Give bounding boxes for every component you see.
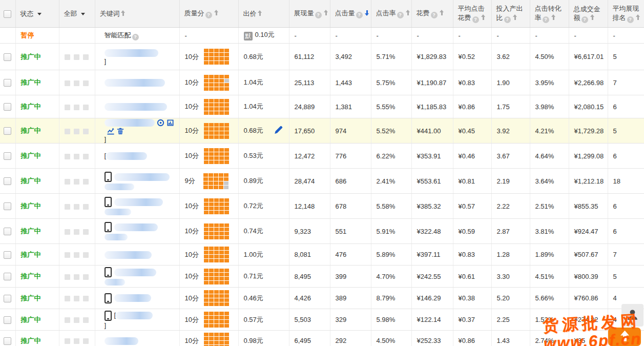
quality-grid-cell bbox=[209, 148, 214, 152]
dropdown-caret-icon[interactable] bbox=[81, 13, 85, 15]
select-all-checkbox[interactable] bbox=[4, 10, 11, 18]
cell-value: 8.79% bbox=[377, 294, 396, 302]
quality-grid-cell bbox=[209, 320, 214, 323]
cell-cost: ¥242.55 bbox=[411, 266, 453, 288]
trend-chart-icon[interactable] bbox=[107, 127, 115, 135]
delete-icon[interactable] bbox=[117, 127, 124, 135]
column-header-bid[interactable]: 出价 bbox=[238, 0, 289, 28]
row-checkbox[interactable] bbox=[4, 295, 11, 302]
column-header-clicks[interactable]: 点击量? bbox=[330, 0, 371, 28]
match-type-icon[interactable] bbox=[157, 119, 164, 127]
row-checkbox[interactable] bbox=[4, 152, 11, 160]
quality-grid-cell bbox=[214, 87, 219, 91]
row-checkbox[interactable] bbox=[4, 53, 11, 61]
cell-rank: 6 bbox=[608, 144, 644, 169]
row-checkbox[interactable] bbox=[4, 177, 11, 185]
back-to-top-button[interactable] bbox=[608, 328, 641, 346]
quality-grid-cell bbox=[209, 127, 214, 131]
help-icon[interactable]: ? bbox=[581, 16, 588, 23]
cell-amount: ¥2,080.15 bbox=[569, 95, 608, 118]
quality-grid-cell bbox=[209, 341, 214, 344]
help-icon[interactable]: ? bbox=[504, 16, 511, 23]
column-header-status[interactable]: 状态 bbox=[15, 0, 59, 28]
cell-conversion: 4.50% bbox=[530, 44, 569, 70]
cell-conversion: 3.64% bbox=[530, 169, 569, 194]
column-header-keyword[interactable]: 关键词 bbox=[95, 0, 179, 28]
quality-grid-cell bbox=[219, 251, 224, 254]
dropdown-caret-icon[interactable] bbox=[37, 13, 41, 15]
quality-grid bbox=[204, 269, 229, 284]
cell-value: - bbox=[417, 32, 419, 39]
column-header-avg_click_cost[interactable]: 平均点击花费? bbox=[453, 0, 491, 28]
quality-grid-cell bbox=[224, 294, 229, 298]
cell-keyword bbox=[95, 244, 179, 266]
edit-bid-icon[interactable] bbox=[274, 126, 283, 136]
quality-grid-cell bbox=[209, 107, 214, 111]
cell-roi: 5.20 bbox=[491, 288, 530, 309]
cell-value: 3.67 bbox=[497, 152, 510, 160]
cell-select bbox=[0, 28, 15, 44]
status-active-label: 推广中 bbox=[21, 53, 41, 60]
quality-score-value: 10分 bbox=[185, 315, 199, 324]
cell-status: 推广中 bbox=[15, 44, 59, 70]
cell-device bbox=[59, 169, 95, 194]
help-icon[interactable]: ? bbox=[543, 16, 549, 23]
column-header-ctr[interactable]: 点击率? bbox=[371, 0, 411, 28]
keyword-report-page: 状态全部关键词质量分?出价展现量?点击量?点击率?花费?平均点击花费?投入产出比… bbox=[0, 0, 644, 346]
help-icon[interactable]: ? bbox=[315, 12, 322, 18]
keyword-line bbox=[105, 172, 179, 182]
quality-grid-cell bbox=[209, 294, 214, 298]
quality-grid-cell bbox=[214, 111, 219, 115]
help-icon[interactable]: ? bbox=[205, 12, 212, 18]
column-header-device[interactable]: 全部 bbox=[59, 0, 95, 28]
row-checkbox[interactable] bbox=[4, 228, 11, 235]
customer-service-button[interactable] bbox=[621, 304, 643, 327]
column-header-rank[interactable]: 平均展现排名? bbox=[608, 0, 644, 28]
cell-status: 推广中 bbox=[15, 266, 59, 288]
status-active-label: 推广中 bbox=[21, 127, 41, 134]
cell-quality: 10分 bbox=[179, 70, 238, 95]
quality-grid-cell bbox=[204, 228, 209, 231]
quality-grid-cell bbox=[224, 277, 229, 280]
cell-value: 3.81% bbox=[535, 228, 554, 235]
cell-impressions: 28,474 bbox=[289, 169, 330, 194]
column-header-impressions[interactable]: 展现量? bbox=[289, 0, 330, 28]
row-checkbox[interactable] bbox=[4, 202, 11, 210]
help-icon[interactable]: ? bbox=[472, 16, 479, 23]
help-icon[interactable]: ? bbox=[356, 12, 363, 18]
cell-impressions: 9,323 bbox=[289, 219, 330, 244]
quality-grid-cell bbox=[204, 294, 209, 298]
report-chart-icon[interactable] bbox=[167, 119, 174, 127]
cell-quality: 10分 bbox=[179, 331, 238, 346]
cell-value: 6 bbox=[613, 202, 617, 210]
cell-value: 4 bbox=[613, 316, 617, 323]
row-checkbox[interactable] bbox=[4, 337, 11, 345]
quality-grid-cell bbox=[214, 236, 219, 239]
column-header-amount[interactable]: 总成交金额? bbox=[569, 0, 608, 28]
help-icon[interactable]: ? bbox=[132, 34, 139, 40]
column-header-quality[interactable]: 质量分? bbox=[179, 0, 238, 28]
column-header-conversion[interactable]: 点击转化率? bbox=[530, 0, 569, 28]
cell-value: ¥0.45 bbox=[459, 127, 475, 135]
row-checkbox[interactable] bbox=[4, 251, 11, 259]
help-icon[interactable]: ? bbox=[627, 16, 634, 23]
row-checkbox[interactable] bbox=[4, 273, 11, 280]
quality-grid-cell bbox=[204, 320, 209, 323]
row-checkbox[interactable] bbox=[4, 79, 11, 87]
keyword-bracket: ] bbox=[105, 135, 107, 143]
quality-grid-cell bbox=[214, 341, 219, 344]
quality-grid-cell bbox=[214, 49, 219, 52]
cell-rank: 7 bbox=[608, 244, 644, 266]
quality-grid bbox=[204, 198, 229, 214]
help-icon[interactable]: ? bbox=[431, 12, 438, 18]
help-icon[interactable]: ? bbox=[397, 12, 404, 18]
row-checkbox[interactable] bbox=[4, 127, 11, 135]
keyword-bracket: ] bbox=[105, 321, 107, 329]
quality-score-value: 10分 bbox=[185, 272, 199, 281]
cell-keyword bbox=[95, 331, 179, 346]
column-header-select[interactable] bbox=[0, 0, 15, 28]
row-checkbox[interactable] bbox=[4, 316, 11, 324]
column-header-roi[interactable]: 投入产出比? bbox=[491, 0, 530, 28]
column-header-cost[interactable]: 花费? bbox=[411, 0, 453, 28]
row-checkbox[interactable] bbox=[4, 103, 11, 111]
